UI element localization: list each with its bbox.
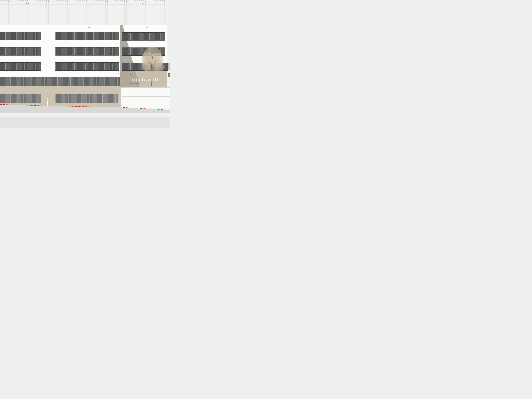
person-figure [46,98,49,107]
elevation-drawing: 49.90 13.50 [0,0,170,128]
logo-bertrandt: bertrandt [132,77,159,82]
level-annotation-100: +1.00 OK Brüstung [129,83,139,84]
level-annotation-350: +3.50 [128,74,131,76]
